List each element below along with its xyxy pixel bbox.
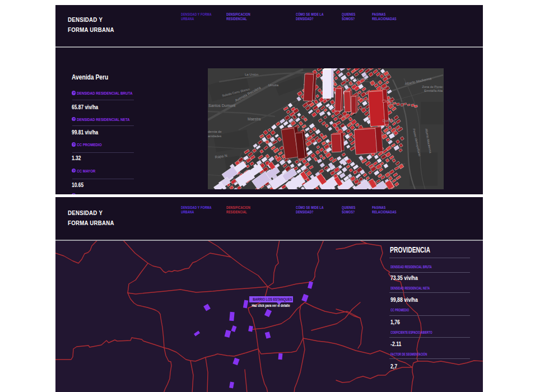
svg-text:La Unión: La Unión (355, 77, 367, 81)
svg-text:La Unión: La Unión (245, 73, 258, 76)
svg-text:demia de: demia de (208, 130, 222, 133)
svg-text:anidades: anidades (208, 134, 221, 138)
svg-text:Dumont: Dumont (383, 119, 396, 123)
svg-text:Zona de Picnic: Zona de Picnic (422, 85, 443, 88)
svg-text:Maestra: Maestra (248, 117, 261, 121)
svg-text:Urrutia: Urrutia (268, 83, 279, 87)
svg-text:Ermitaña Alta: Ermitaña Alta (424, 89, 443, 92)
svg-text:Santos Dumont: Santos Dumont (208, 104, 235, 108)
